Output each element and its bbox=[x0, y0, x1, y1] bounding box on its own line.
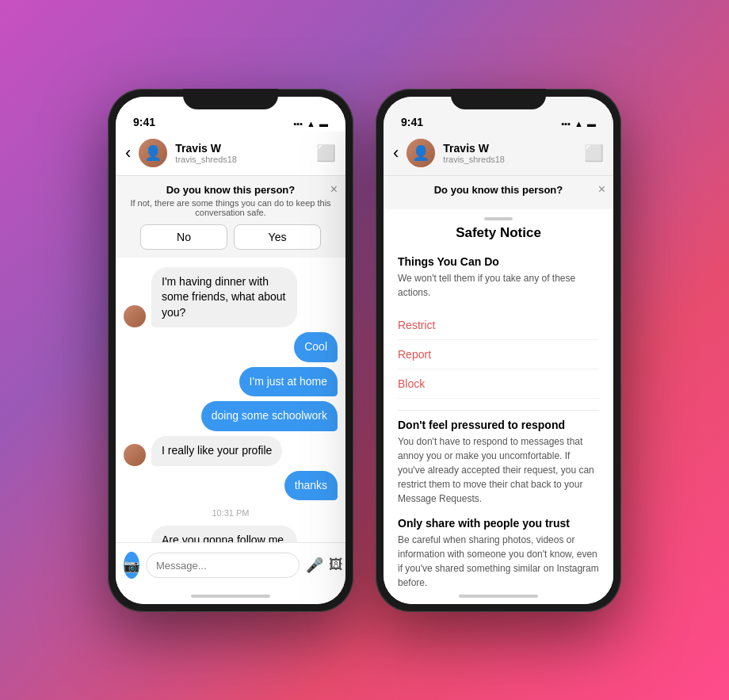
know-banner-title-right: Do you know this person? bbox=[395, 184, 602, 196]
mic-icon-left[interactable]: 🎤 bbox=[306, 557, 323, 574]
signal-icon: ▪▪▪ bbox=[293, 119, 303, 128]
nav-bar-left: ‹ 👤 Travis W travis_shreds18 ⬜ bbox=[116, 132, 345, 176]
gallery-icon-left[interactable]: 🖼 bbox=[329, 557, 343, 574]
status-time-left: 9:41 bbox=[133, 116, 155, 128]
camera-button-left[interactable]: 📷 bbox=[124, 552, 139, 579]
wifi-icon: ▲ bbox=[307, 119, 315, 128]
message-sent-6: thanks bbox=[284, 471, 338, 501]
handle-bar bbox=[484, 217, 513, 220]
home-bar-right bbox=[459, 595, 538, 598]
report-link[interactable]: Report bbox=[398, 340, 599, 369]
restrict-link[interactable]: Restrict bbox=[398, 311, 599, 340]
phones-container: 9:41 ▪▪▪ ▲ ▬ ‹ 👤 Travis W travis_shreds1… bbox=[108, 89, 621, 612]
avatar-left: 👤 bbox=[139, 139, 167, 167]
status-icons-right: ▪▪▪ ▲ ▬ bbox=[561, 119, 596, 128]
avatar-image-left: 👤 bbox=[139, 139, 167, 167]
table-row: I'm just at home bbox=[124, 367, 338, 397]
block-link[interactable]: Block bbox=[398, 369, 599, 399]
back-button-left[interactable]: ‹ bbox=[125, 143, 131, 163]
things-subtext: We won't tell them if you take any of th… bbox=[398, 271, 599, 300]
know-banner-right: × Do you know this person? bbox=[384, 176, 613, 209]
user-name-right: Travis W bbox=[443, 142, 576, 155]
back-button-right[interactable]: ‹ bbox=[393, 143, 399, 163]
message-input-left[interactable] bbox=[146, 553, 300, 578]
home-indicator-left bbox=[116, 588, 345, 604]
user-name-left: Travis W bbox=[175, 142, 308, 155]
message-received-8: Are you gonna follow me back? bbox=[151, 526, 297, 541]
chat-area-left: I'm having dinner with some friends, wha… bbox=[116, 258, 345, 542]
message-received-1: I'm having dinner with some friends, wha… bbox=[151, 267, 297, 328]
screen-right: 9:41 ▪▪▪ ▲ ▬ ‹ 👤 Travis W travis_shreds1… bbox=[384, 97, 613, 604]
close-banner-left[interactable]: × bbox=[330, 182, 338, 197]
notch-right bbox=[451, 89, 546, 109]
user-handle-right: travis_shreds18 bbox=[443, 155, 576, 164]
things-heading: Things You Can Do bbox=[398, 255, 599, 268]
no-button-left[interactable]: No bbox=[140, 224, 227, 250]
timestamp-1: 10:31 PM bbox=[124, 508, 338, 518]
close-banner-right[interactable]: × bbox=[598, 182, 605, 197]
safety-panel: Safety Notice Things You Can Do We won't… bbox=[384, 209, 613, 588]
table-row: doing some schoolwork bbox=[124, 401, 338, 431]
share-text: Be careful when sharing photos, videos o… bbox=[398, 533, 599, 588]
wifi-icon-right: ▲ bbox=[574, 119, 583, 128]
phone-left: 9:41 ▪▪▪ ▲ ▬ ‹ 👤 Travis W travis_shreds1… bbox=[108, 89, 353, 612]
home-bar-left bbox=[191, 595, 270, 598]
battery-icon: ▬ bbox=[319, 119, 328, 128]
avatar-image-right: 👤 bbox=[406, 139, 435, 167]
pressured-heading: Don't feel pressured to respond bbox=[398, 419, 599, 431]
know-banner-subtitle-left: If not, there are some things you can do… bbox=[127, 198, 334, 217]
pressured-text: You don't have to respond to messages th… bbox=[398, 434, 599, 506]
table-row: thanks bbox=[124, 471, 338, 501]
user-handle-left: travis_shreds18 bbox=[175, 155, 308, 164]
divider-1 bbox=[398, 410, 599, 411]
avatar-msg-1 bbox=[124, 305, 146, 327]
phone-right: 9:41 ▪▪▪ ▲ ▬ ‹ 👤 Travis W travis_shreds1… bbox=[376, 89, 621, 612]
battery-icon-right: ▬ bbox=[587, 119, 596, 128]
status-time-right: 9:41 bbox=[401, 116, 423, 128]
notch-left bbox=[183, 89, 278, 109]
screen-left: 9:41 ▪▪▪ ▲ ▬ ‹ 👤 Travis W travis_shreds1… bbox=[116, 97, 345, 604]
video-icon-left[interactable]: ⬜ bbox=[316, 143, 336, 163]
message-sent-2: Cool bbox=[294, 332, 338, 362]
home-indicator-right bbox=[384, 588, 613, 604]
user-info-right: Travis W travis_shreds18 bbox=[443, 142, 576, 165]
input-icons-left: 🎤 🖼 ☺ bbox=[306, 557, 345, 574]
message-received-5: I really like your profile bbox=[151, 436, 282, 466]
safety-handle bbox=[398, 209, 599, 225]
video-icon-right[interactable]: ⬜ bbox=[584, 143, 604, 163]
status-icons-left: ▪▪▪ ▲ ▬ bbox=[293, 119, 328, 128]
avatar-msg-5 bbox=[124, 444, 146, 466]
table-row: Cool bbox=[124, 332, 338, 362]
signal-icon-right: ▪▪▪ bbox=[561, 119, 571, 128]
safety-title: Safety Notice bbox=[398, 225, 599, 241]
know-banner-buttons-left: No Yes bbox=[127, 224, 334, 250]
table-row: I really like your profile bbox=[124, 436, 338, 466]
message-sent-3: I'm just at home bbox=[239, 367, 338, 397]
know-banner-title-left: Do you know this person? bbox=[127, 184, 334, 196]
input-bar-left: 📷 🎤 🖼 ☺ bbox=[116, 542, 345, 588]
avatar-right: 👤 bbox=[406, 139, 435, 167]
yes-button-left[interactable]: Yes bbox=[234, 224, 321, 250]
share-heading: Only share with people you trust bbox=[398, 517, 599, 530]
user-info-left: Travis W travis_shreds18 bbox=[175, 142, 308, 165]
table-row: Are you gonna follow me back? bbox=[124, 526, 338, 541]
know-banner-left: × Do you know this person? If not, there… bbox=[116, 176, 345, 258]
nav-bar-right: ‹ 👤 Travis W travis_shreds18 ⬜ bbox=[384, 132, 613, 176]
table-row: I'm having dinner with some friends, wha… bbox=[124, 267, 338, 328]
message-sent-4: doing some schoolwork bbox=[201, 401, 338, 431]
